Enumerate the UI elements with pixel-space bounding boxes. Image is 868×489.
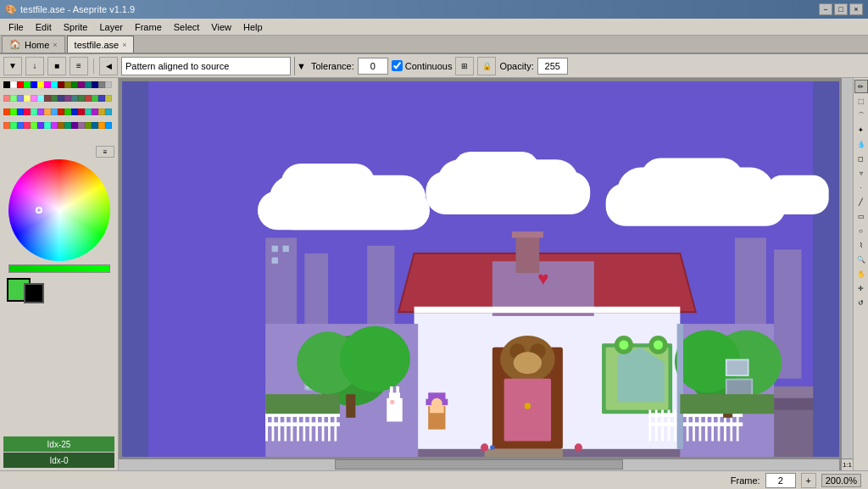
tool-lasso[interactable]: ⌒ — [854, 108, 868, 122]
palette-cell[interactable] — [98, 108, 105, 115]
color-saturation-bar[interactable] — [8, 264, 110, 273]
menu-file[interactable]: File — [3, 20, 29, 34]
tab-testfile-close[interactable]: × — [122, 41, 126, 49]
color-wheel[interactable] — [8, 159, 110, 261]
menu-select[interactable]: Select — [169, 20, 205, 34]
palette-cell[interactable] — [51, 122, 58, 129]
tool-rotate[interactable]: ↺ — [854, 296, 868, 309]
palette-cell[interactable] — [3, 108, 10, 115]
tool-pixel[interactable]: ⊞ — [455, 57, 474, 75]
palette-cell[interactable] — [10, 108, 17, 115]
tool-bucket[interactable]: ▿ — [854, 166, 868, 180]
palette-cell[interactable] — [31, 122, 37, 129]
tool-stop[interactable]: ■ — [47, 57, 66, 75]
palette-cell[interactable] — [24, 95, 31, 102]
continuous-checkbox[interactable]: Continuous — [392, 60, 453, 71]
tool-pencil[interactable]: ✏ — [854, 80, 868, 93]
menu-view[interactable]: View — [206, 20, 236, 34]
palette-cell[interactable] — [92, 122, 98, 129]
menu-edit[interactable]: Edit — [31, 20, 57, 34]
tool-ellipse[interactable]: ○ — [854, 224, 868, 237]
palette-cell[interactable] — [24, 108, 31, 115]
palette-cell[interactable] — [10, 122, 17, 129]
palette-cell[interactable] — [78, 81, 85, 88]
tool-spray[interactable]: · — [854, 181, 868, 194]
palette-cell[interactable] — [92, 108, 98, 115]
palette-cell[interactable] — [105, 108, 112, 115]
palette-cell[interactable] — [71, 95, 78, 102]
tool-rect[interactable]: ▭ — [854, 209, 868, 223]
palette-cell[interactable] — [10, 95, 17, 102]
palette-cell[interactable] — [85, 108, 92, 115]
idx-0-button[interactable]: Idx-0 — [3, 453, 114, 468]
menu-layer[interactable]: Layer — [94, 20, 128, 34]
tool-lock[interactable]: 🔒 — [477, 57, 496, 75]
tool-eyedropper[interactable]: 💧 — [854, 137, 868, 151]
tool-arrow[interactable]: ◀ — [99, 57, 118, 75]
tool-line[interactable]: ╱ — [854, 195, 868, 208]
palette-cell[interactable] — [24, 122, 31, 129]
tool-move[interactable]: ✛ — [854, 281, 868, 295]
palette-cell[interactable] — [58, 122, 64, 129]
palette-cell[interactable] — [78, 108, 85, 115]
tab-testfile[interactable]: testfile.ase × — [67, 36, 135, 53]
palette-cell[interactable] — [85, 122, 92, 129]
pattern-dropdown-arrow[interactable]: ▼ — [294, 57, 308, 75]
tool-select-2[interactable]: ↓ — [25, 57, 44, 75]
palette-cell[interactable] — [3, 122, 10, 129]
palette-cell[interactable] — [105, 81, 112, 88]
palette-cell[interactable] — [37, 81, 44, 88]
palette-cell[interactable] — [17, 81, 24, 88]
tab-home-close[interactable]: × — [53, 41, 57, 49]
palette-cell[interactable] — [71, 81, 78, 88]
close-button[interactable]: × — [849, 3, 863, 15]
tool-hand[interactable]: ✋ — [854, 267, 868, 281]
palette-cell[interactable] — [24, 81, 31, 88]
palette-cell[interactable] — [44, 81, 51, 88]
palette-cell[interactable] — [37, 122, 44, 129]
palette-cell[interactable] — [10, 81, 17, 88]
tool-rect-select[interactable]: ⬚ — [854, 94, 868, 108]
background-color[interactable] — [24, 283, 44, 303]
tool-zoom[interactable]: 🔍 — [854, 253, 868, 266]
palette-cell[interactable] — [98, 95, 105, 102]
palette-cell[interactable] — [64, 122, 71, 129]
horizontal-scrollbar[interactable] — [119, 458, 839, 470]
palette-cell[interactable] — [98, 122, 105, 129]
palette-cell[interactable] — [58, 95, 64, 102]
palette-cell[interactable] — [17, 122, 24, 129]
palette-cell[interactable] — [3, 95, 10, 102]
sprite-canvas[interactable]: ♥ — [122, 81, 839, 457]
tab-home[interactable]: 🏠 Home × — [2, 36, 65, 53]
tool-menu[interactable]: ≡ — [70, 57, 88, 75]
palette-cell[interactable] — [78, 122, 85, 129]
frame-input[interactable] — [765, 473, 796, 488]
palette-cell[interactable] — [105, 122, 112, 129]
h-scrollbar-thumb[interactable] — [335, 459, 623, 470]
opacity-input[interactable] — [537, 58, 568, 75]
palette-cell[interactable] — [31, 108, 37, 115]
palette-cell[interactable] — [37, 108, 44, 115]
maximize-button[interactable]: □ — [834, 3, 848, 15]
palette-cell[interactable] — [64, 81, 71, 88]
palette-cell[interactable] — [37, 95, 44, 102]
palette-cell[interactable] — [71, 108, 78, 115]
pattern-dropdown[interactable]: Pattern aligned to source — [121, 57, 291, 75]
frame-next-button[interactable]: + — [801, 473, 816, 488]
palette-cell[interactable] — [31, 81, 37, 88]
palette-cell[interactable] — [64, 108, 71, 115]
tool-contour[interactable]: ⌇ — [854, 238, 868, 252]
minimize-button[interactable]: − — [819, 3, 832, 15]
menu-sprite[interactable]: Sprite — [58, 20, 93, 34]
palette-cell[interactable] — [58, 108, 64, 115]
canvas-area[interactable]: ♥ — [119, 78, 853, 470]
palette-cell[interactable] — [92, 95, 98, 102]
tool-select-1[interactable]: ▼ — [3, 57, 22, 75]
palette-cell[interactable] — [44, 108, 51, 115]
continuous-check[interactable] — [392, 60, 403, 71]
palette-cell[interactable] — [17, 108, 24, 115]
palette-cell[interactable] — [51, 81, 58, 88]
color-wheel-menu[interactable]: ≡ — [96, 146, 114, 158]
palette-cell[interactable] — [51, 95, 58, 102]
palette-cell[interactable] — [105, 95, 112, 102]
